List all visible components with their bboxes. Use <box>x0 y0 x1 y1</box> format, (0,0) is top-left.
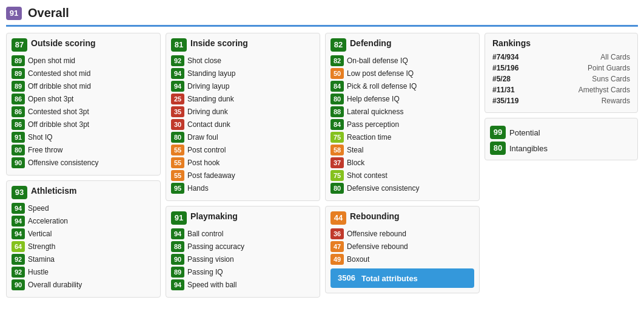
stat-badge: 75 <box>330 170 344 181</box>
stat-label: Block <box>347 159 474 167</box>
stat-label: Draw foul <box>187 133 315 142</box>
stat-label: Pick & roll defense IQ <box>347 82 474 90</box>
stat-label: Post control <box>187 146 315 154</box>
overall-badge: 91 <box>6 7 22 20</box>
stat-badge: 80 <box>171 132 184 143</box>
stat-row: 94Speed with ball <box>171 279 315 290</box>
stat-label: Open shot 3pt <box>28 95 155 103</box>
stat-label: Passing accuracy <box>187 242 315 251</box>
stat-badge: 89 <box>171 267 184 278</box>
stat-row: 36Offensive rebound <box>330 228 474 239</box>
intangibles-label: Intangibles <box>509 144 548 153</box>
stat-row: 91Shot IQ <box>12 132 155 143</box>
playmaking-badge: 91 <box>171 211 187 225</box>
stat-label: Acceleration <box>28 217 155 225</box>
rebounding-stats: 36Offensive rebound47Defensive rebound49… <box>330 228 474 265</box>
stat-row: 90Overall durability <box>12 279 155 290</box>
stat-row: 90Offensive consistency <box>12 157 155 168</box>
stat-label: On-ball defense IQ <box>347 56 474 65</box>
stat-row: 55Post control <box>171 145 315 155</box>
stat-label: Low post defense IQ <box>347 69 474 78</box>
rankings-title: Rankings <box>492 38 630 48</box>
stat-label: Post hook <box>187 159 315 167</box>
stat-label: Post fadeaway <box>187 171 315 180</box>
overall-bar: 91 Overall <box>6 6 638 27</box>
stat-label: Ball control <box>187 230 315 238</box>
stat-badge: 89 <box>12 55 25 66</box>
stat-row: 84Pass perception <box>330 119 474 130</box>
stat-row: 58Steal <box>330 145 474 155</box>
stat-row: 90Passing vision <box>171 254 315 265</box>
stat-badge: 75 <box>330 132 344 143</box>
stat-label: Pass perception <box>347 120 474 129</box>
ranking-num: #11/31 <box>492 86 515 94</box>
intangibles-badge: 80 <box>490 142 506 155</box>
ranking-label: Amethyst Cards <box>579 86 630 94</box>
stat-badge: 80 <box>12 145 25 155</box>
stat-row: 89Open shot mid <box>12 55 155 66</box>
stat-row: 94Ball control <box>171 228 315 239</box>
stat-row: 80Help defense IQ <box>330 94 474 104</box>
stat-badge: 30 <box>171 119 184 130</box>
stat-badge: 82 <box>330 55 344 66</box>
ranking-row: #74/934All Cards <box>492 53 630 61</box>
stat-label: Standing layup <box>187 69 315 78</box>
rebounding-card: 44 Rebounding 36Offensive rebound47Defen… <box>325 206 480 293</box>
stat-row: 92Shot close <box>171 55 315 66</box>
stat-row: 94Driving layup <box>171 81 315 92</box>
outside-scoring-card: 87 Outside scoring 89Open shot mid89Cont… <box>6 33 161 176</box>
ranking-num: #35/119 <box>492 97 518 105</box>
stat-label: Open shot mid <box>28 56 155 65</box>
stat-badge: 47 <box>330 241 344 252</box>
rebounding-badge: 44 <box>330 211 346 225</box>
stat-badge: 58 <box>330 145 344 155</box>
stat-row: 92Stamina <box>12 254 155 265</box>
stat-row: 89Contested shot mid <box>12 68 155 79</box>
stat-row: 86Contested shot 3pt <box>12 106 155 117</box>
stat-badge: 80 <box>330 183 344 194</box>
stat-label: Offensive consistency <box>28 159 155 167</box>
col-3: 82 Defending 82On-ball defense IQ50Low p… <box>325 33 480 298</box>
stat-badge: 36 <box>330 228 344 239</box>
stat-badge: 89 <box>12 81 25 92</box>
athleticism-title: Athleticism <box>31 186 76 196</box>
stat-row: 49Boxout <box>330 254 474 265</box>
stat-row: 95Hands <box>171 183 315 194</box>
stat-row: 80Draw foul <box>171 132 315 143</box>
stat-label: Speed with ball <box>187 281 315 289</box>
stat-badge: 94 <box>171 228 184 239</box>
stat-label: Hands <box>187 184 315 193</box>
ranking-label: All Cards <box>600 53 630 61</box>
outside-scoring-stats: 89Open shot mid89Contested shot mid89Off… <box>12 55 155 168</box>
playmaking-card: 91 Playmaking 94Ball control88Passing ac… <box>166 206 320 298</box>
stat-badge: 49 <box>330 254 344 265</box>
defending-card: 82 Defending 82On-ball defense IQ50Low p… <box>325 33 480 201</box>
ranking-row: #15/196Point Guards <box>492 64 630 72</box>
outside-scoring-header: 87 Outside scoring <box>12 38 155 52</box>
stat-row: 55Post fadeaway <box>171 170 315 181</box>
ranking-row: #5/28Suns Cards <box>492 75 630 83</box>
ranking-row: #11/31Amethyst Cards <box>492 86 630 94</box>
stat-badge: 55 <box>171 170 184 181</box>
stat-label: Free throw <box>28 146 155 154</box>
stat-badge: 92 <box>171 55 184 66</box>
stat-badge: 88 <box>330 106 344 117</box>
stat-label: Overall durability <box>28 281 155 289</box>
stat-label: Off dribble shot 3pt <box>28 120 155 129</box>
stat-badge: 84 <box>330 81 344 92</box>
stat-label: Help defense IQ <box>347 95 474 103</box>
stat-row: 92Hustle <box>12 267 155 278</box>
potential-card: 99 Potential 80 Intangibles <box>485 118 638 160</box>
col-1: 87 Outside scoring 89Open shot mid89Cont… <box>6 33 161 298</box>
stat-badge: 50 <box>330 68 344 79</box>
rebounding-title: Rebounding <box>350 211 400 221</box>
stat-row: 88Lateral quickness <box>330 106 474 117</box>
stat-label: Contested shot 3pt <box>28 108 155 116</box>
stat-row: 88Passing accuracy <box>171 241 315 252</box>
stat-badge: 84 <box>330 119 344 130</box>
col-4: Rankings #74/934All Cards#15/196Point Gu… <box>485 33 638 298</box>
stat-label: Defensive consistency <box>347 184 474 193</box>
athleticism-stats: 94Speed94Acceleration94Vertical64Strengt… <box>12 203 155 290</box>
stat-label: Stamina <box>28 255 155 264</box>
stat-badge: 94 <box>171 279 184 290</box>
